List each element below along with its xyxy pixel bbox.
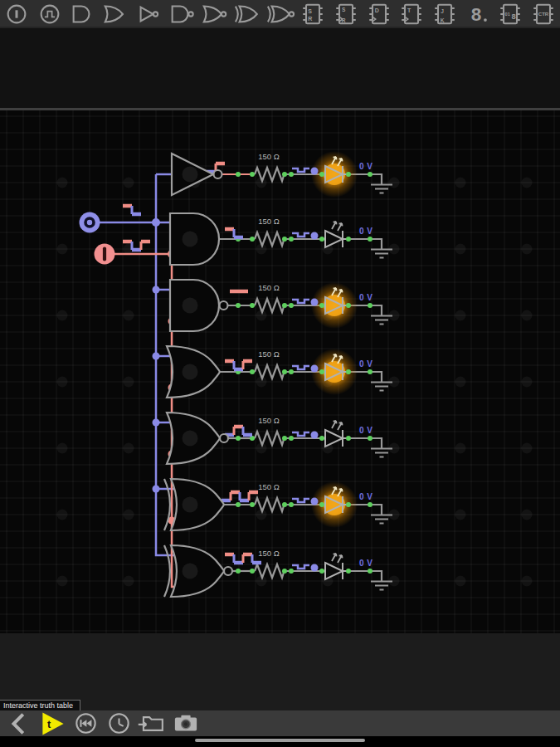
voltage-label: 0 V (359, 162, 373, 171)
t-flipflop-icon: T (396, 1, 427, 27)
logic-input-icon (1, 1, 32, 27)
svg-text:8: 8 (471, 4, 482, 25)
jk-flipflop-icon: JK (429, 1, 460, 27)
and-gate-component[interactable] (170, 213, 219, 265)
voltage-label: 0 V (359, 492, 373, 501)
svg-text:01: 01 (505, 12, 510, 17)
svg-text:D: D (374, 7, 378, 13)
app-screen: SRSRDTJK8018CTR 150 Ω0 V150 Ω0 V150 Ω0 V… (0, 0, 560, 747)
truth-table-button[interactable]: t (37, 710, 68, 736)
sr-latch-icon: SR (297, 1, 329, 27)
palette-logic-input-button[interactable] (0, 0, 33, 28)
history-button[interactable] (104, 710, 134, 736)
home-indicator[interactable] (195, 739, 365, 742)
voltage-label: 0 V (359, 426, 373, 435)
resistor-label: 150 Ω (258, 349, 280, 359)
truth-table-triangle (42, 712, 63, 735)
palette-counter-button[interactable]: CTR (527, 0, 560, 28)
open-project-button[interactable] (137, 710, 168, 736)
component-palette: SRSRDTJK8018CTR (0, 0, 560, 28)
voltage-label: 0 V (359, 293, 373, 302)
svg-text:S: S (342, 7, 346, 12)
resistor-label: 150 Ω (258, 152, 280, 161)
svg-text:R: R (308, 16, 312, 22)
sr-flipflop-icon: SR (330, 1, 362, 27)
clock-source-icon (34, 1, 66, 27)
voltage-label: 0 V (359, 559, 373, 568)
svg-text:8: 8 (512, 12, 516, 21)
open-project-icon (137, 711, 168, 736)
palette-sr-flipflop-button[interactable]: SR (329, 0, 363, 28)
svg-text:R: R (342, 17, 346, 23)
resistor-label: 150 Ω (258, 549, 280, 558)
voltage-label: 0 V (359, 359, 373, 369)
svg-text:S: S (309, 8, 313, 14)
not-gate-icon (133, 1, 164, 27)
tooltip-text: Interactive truth table (3, 701, 73, 710)
palette-t-flipflop-button[interactable]: T (395, 0, 428, 28)
svg-text:T: T (407, 7, 411, 13)
palette-nand-gate-button[interactable] (165, 0, 198, 28)
resistor-label: 150 Ω (258, 217, 280, 226)
screenshot-icon (172, 711, 200, 736)
action-toolbar: t (0, 710, 560, 736)
upper-panel[interactable] (0, 28, 560, 108)
seven-segment-display-icon: 8 (462, 1, 494, 27)
segment-decoder-icon: 018 (494, 1, 526, 27)
rewind-icon (72, 710, 100, 736)
palette-d-flipflop-button[interactable]: D (363, 0, 396, 28)
nor-gate-icon (198, 1, 230, 27)
palette-or-gate-button[interactable] (99, 0, 132, 28)
screenshot-button[interactable] (170, 710, 201, 736)
palette-sr-latch-button[interactable]: SR (296, 0, 329, 28)
palette-xor-gate-button[interactable] (231, 0, 264, 28)
input-node-0[interactable] (80, 212, 100, 233)
palette-xnor-gate-button[interactable] (264, 0, 297, 28)
back-button[interactable] (4, 710, 35, 736)
nand-gate-icon (165, 1, 197, 27)
resistor-label: 150 Ω (258, 283, 280, 292)
or-gate-icon (100, 1, 131, 27)
voltage-label: 0 V (359, 227, 373, 236)
palette-and-gate-button[interactable] (66, 0, 99, 28)
resistor-label: 150 Ω (258, 416, 280, 425)
palette-seven-segment-display-button[interactable]: 8 (461, 0, 494, 28)
resistor-label: 150 Ω (258, 482, 280, 491)
and-gate-icon (66, 1, 98, 27)
palette-segment-decoder-button[interactable]: 018 (494, 0, 528, 28)
input-node-1[interactable] (95, 244, 115, 265)
history-icon (105, 710, 133, 736)
rewind-button[interactable] (71, 710, 101, 736)
svg-text:K: K (441, 17, 445, 23)
xor-gate-icon (231, 1, 263, 27)
svg-text:CTR: CTR (538, 11, 549, 17)
xnor-gate-icon (264, 1, 295, 27)
truth-table-icon: t (37, 711, 69, 736)
palette-nor-gate-button[interactable] (197, 0, 231, 28)
palette-not-gate-button[interactable] (132, 0, 165, 28)
lower-panel[interactable] (0, 633, 560, 710)
circuit-canvas[interactable]: 150 Ω0 V150 Ω0 V150 Ω0 V150 Ω0 V150 Ω0 V… (0, 110, 560, 633)
d-flipflop-icon: D (363, 1, 395, 27)
counter-icon: CTR (528, 1, 559, 27)
palette-jk-flipflop-button[interactable]: JK (428, 0, 461, 28)
palette-clock-source-button[interactable] (33, 0, 66, 28)
back-icon (6, 710, 34, 737)
svg-text:J: J (441, 8, 444, 14)
